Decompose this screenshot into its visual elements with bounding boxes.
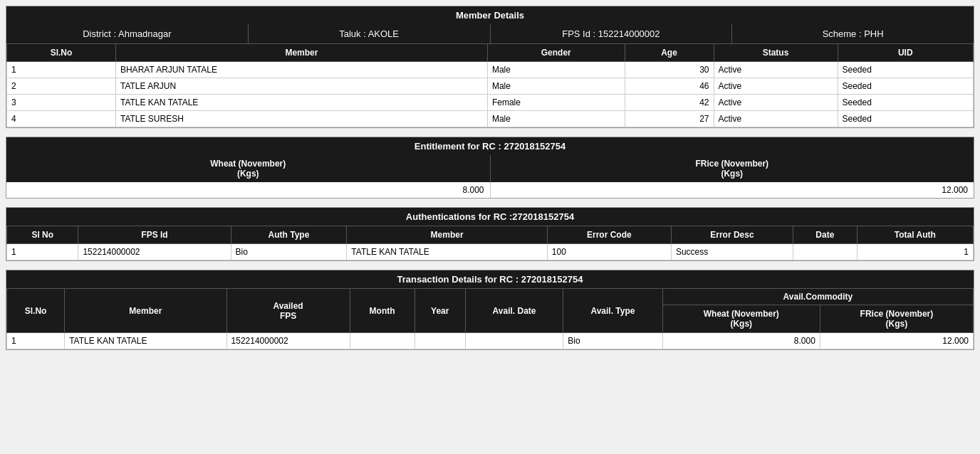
wheat-value: 8.000 bbox=[6, 182, 491, 198]
auth-col-date: Date bbox=[793, 226, 857, 244]
txn-table-row: 1 TATLE KAN TATALE 152214000002 Bio 8.00… bbox=[7, 333, 974, 349]
cell-age: 42 bbox=[625, 95, 714, 111]
frice-value: 12.000 bbox=[491, 182, 974, 198]
entitlement-title: Entitlement for RC : 272018152754 bbox=[6, 137, 974, 155]
col-uid: UID bbox=[838, 44, 973, 62]
wheat-header: Wheat (November) (Kgs) bbox=[6, 155, 491, 182]
cell-status: Active bbox=[714, 78, 838, 95]
auth-cell-authtype: Bio bbox=[231, 244, 347, 260]
cell-uid: Seeded bbox=[838, 78, 973, 95]
auth-col-totalauth: Total Auth bbox=[857, 226, 973, 244]
cell-uid: Seeded bbox=[838, 62, 973, 78]
txn-frice-label: FRice (November) bbox=[860, 309, 934, 319]
cell-member: TATLE SURESH bbox=[115, 111, 487, 127]
auth-cell-errorcode: 100 bbox=[547, 244, 671, 260]
txn-frice-unit: (Kgs) bbox=[886, 319, 908, 329]
txn-col-year: Year bbox=[415, 289, 465, 333]
authentications-section: Authentications for RC :272018152754 Sl … bbox=[6, 207, 974, 261]
cell-uid: Seeded bbox=[838, 111, 973, 127]
txn-cell-wheat: 8.000 bbox=[662, 333, 820, 349]
cell-gender: Male bbox=[487, 78, 625, 95]
wheat-label: Wheat (November) bbox=[210, 159, 286, 169]
auth-cell-member: TATLE KAN TATALE bbox=[347, 244, 547, 260]
auth-col-member: Member bbox=[347, 226, 547, 244]
cell-gender: Male bbox=[487, 62, 625, 78]
col-age: Age bbox=[625, 44, 714, 62]
cell-slno: 2 bbox=[7, 78, 116, 95]
col-gender: Gender bbox=[487, 44, 625, 62]
member-table-row: 2 TATLE ARJUN Male 46 Active Seeded bbox=[7, 78, 974, 95]
cell-slno: 4 bbox=[7, 111, 116, 127]
auth-col-fpsid: FPS Id bbox=[78, 226, 231, 244]
txn-cell-frice: 12.000 bbox=[820, 333, 973, 349]
member-table-header-row: Sl.No Member Gender Age Status UID bbox=[7, 44, 974, 62]
transaction-details-title: Transaction Details for RC : 27201815275… bbox=[6, 270, 974, 288]
txn-col-avail-type: Avail. Type bbox=[563, 289, 662, 333]
txn-header-row-1: Sl.No Member AvailedFPS Month Year Avail… bbox=[7, 289, 974, 305]
frice-header: FRice (November) (Kgs) bbox=[491, 155, 974, 182]
txn-col-wheat: Wheat (November) (Kgs) bbox=[662, 305, 820, 333]
auth-table-row: 1 152214000002 Bio TATLE KAN TATALE 100 … bbox=[7, 244, 974, 260]
cell-status: Active bbox=[714, 95, 838, 111]
district-cell: District : Ahmadnagar bbox=[6, 24, 249, 43]
entitlement-header-row: Wheat (November) (Kgs) FRice (November) … bbox=[6, 155, 974, 182]
entitlement-values-row: 8.000 12.000 bbox=[6, 182, 974, 198]
txn-cell-avail-type: Bio bbox=[563, 333, 662, 349]
txn-wheat-label: Wheat (November) bbox=[704, 309, 779, 319]
member-details-title: Member Details bbox=[6, 6, 974, 24]
cell-age: 30 bbox=[625, 62, 714, 78]
txn-cell-year bbox=[415, 333, 465, 349]
wheat-unit: (Kgs) bbox=[237, 169, 259, 179]
cell-member: TATLE ARJUN bbox=[115, 78, 487, 95]
cell-member: TATLE KAN TATALE bbox=[115, 95, 487, 111]
member-table-row: 4 TATLE SURESH Male 27 Active Seeded bbox=[7, 111, 974, 127]
cell-slno: 1 bbox=[7, 62, 116, 78]
txn-col-member: Member bbox=[65, 289, 226, 333]
auth-cell-totalauth: 1 bbox=[857, 244, 973, 260]
authentications-table: Sl No FPS Id Auth Type Member Error Code… bbox=[6, 226, 974, 260]
auth-col-authtype: Auth Type bbox=[231, 226, 347, 244]
cell-age: 46 bbox=[625, 78, 714, 95]
col-slno: Sl.No bbox=[7, 44, 116, 62]
auth-cell-slno: 1 bbox=[7, 244, 78, 260]
col-member: Member bbox=[115, 44, 487, 62]
txn-col-avail-date: Avail. Date bbox=[465, 289, 563, 333]
member-table-row: 3 TATLE KAN TATALE Female 42 Active Seed… bbox=[7, 95, 974, 111]
col-status: Status bbox=[714, 44, 838, 62]
cell-gender: Male bbox=[487, 111, 625, 127]
member-table-row: 1 BHARAT ARJUN TATALE Male 30 Active See… bbox=[7, 62, 974, 78]
txn-col-availed-fps: AvailedFPS bbox=[226, 289, 350, 333]
taluk-cell: Taluk : AKOLE bbox=[249, 24, 491, 43]
authentications-title: Authentications for RC :272018152754 bbox=[6, 208, 974, 226]
cell-gender: Female bbox=[487, 95, 625, 111]
txn-cell-month bbox=[350, 333, 415, 349]
entitlement-section: Entitlement for RC : 272018152754 Wheat … bbox=[6, 137, 974, 199]
transaction-details-section: Transaction Details for RC : 27201815275… bbox=[6, 270, 974, 350]
cell-member: BHARAT ARJUN TATALE bbox=[115, 62, 487, 78]
auth-cell-errordesc: Success bbox=[671, 244, 793, 260]
fps-id-cell: FPS Id : 152214000002 bbox=[491, 24, 733, 43]
txn-cell-member: TATLE KAN TATALE bbox=[65, 333, 226, 349]
txn-col-frice: FRice (November) (Kgs) bbox=[820, 305, 973, 333]
info-row: District : Ahmadnagar Taluk : AKOLE FPS … bbox=[6, 24, 974, 43]
auth-col-errorcode: Error Code bbox=[547, 226, 671, 244]
txn-cell-availed-fps: 152214000002 bbox=[226, 333, 350, 349]
frice-unit: (Kgs) bbox=[721, 169, 743, 179]
auth-header-row: Sl No FPS Id Auth Type Member Error Code… bbox=[7, 226, 974, 244]
auth-col-slno: Sl No bbox=[7, 226, 78, 244]
cell-slno: 3 bbox=[7, 95, 116, 111]
cell-status: Active bbox=[714, 62, 838, 78]
transaction-table: Sl.No Member AvailedFPS Month Year Avail… bbox=[6, 288, 974, 349]
scheme-cell: Scheme : PHH bbox=[732, 24, 974, 43]
txn-wheat-unit: (Kgs) bbox=[730, 319, 752, 329]
member-details-section: Member Details District : Ahmadnagar Tal… bbox=[6, 6, 974, 128]
cell-uid: Seeded bbox=[838, 95, 973, 111]
txn-cell-avail-date bbox=[465, 333, 563, 349]
txn-cell-slno: 1 bbox=[7, 333, 65, 349]
auth-cell-date bbox=[793, 244, 857, 260]
txn-col-month: Month bbox=[350, 289, 415, 333]
avail-commodity-header: Avail.Commodity bbox=[662, 289, 973, 305]
auth-col-errordesc: Error Desc bbox=[671, 226, 793, 244]
txn-col-slno: Sl.No bbox=[7, 289, 65, 333]
member-table: Sl.No Member Gender Age Status UID 1 BHA… bbox=[6, 43, 974, 127]
